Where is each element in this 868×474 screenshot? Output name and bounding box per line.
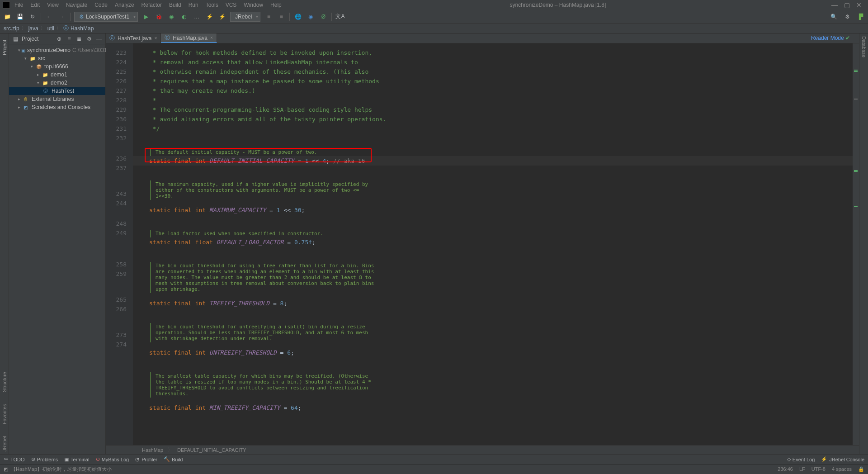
tree-demo1[interactable]: ▸📁demo1: [9, 71, 105, 79]
settings-icon[interactable]: ⚙: [843, 12, 852, 21]
attach-icon[interactable]: …: [192, 12, 201, 21]
menu-file[interactable]: File: [12, 1, 26, 9]
menu-help[interactable]: Help: [268, 1, 284, 9]
status-message: 【HashMap】初始化时，尽量指定初始值大小: [11, 466, 112, 473]
code-editor[interactable]: * below for hook methods defined to be i…: [133, 43, 853, 445]
event-log[interactable]: ◇ Event Log: [787, 456, 815, 462]
tab-hashtest[interactable]: ⓒHashTest.java×: [106, 33, 161, 43]
nav-crumb-2[interactable]: util: [47, 25, 54, 32]
tree-external[interactable]: ▸🛢External Libraries: [9, 95, 105, 103]
globe1-icon[interactable]: 🌐: [293, 12, 302, 21]
nav-crumb-3[interactable]: ⓒ HashMap: [63, 24, 94, 32]
tree-hashtest[interactable]: ⓒHashTest: [9, 87, 105, 95]
menu-navigate[interactable]: Navigate: [63, 1, 90, 9]
expand-icon[interactable]: ≡: [66, 36, 73, 42]
main-menu: File Edit View Navigate Code Analyze Ref…: [12, 1, 284, 9]
profile-icon[interactable]: ◐: [179, 12, 189, 21]
tree-src[interactable]: ▾📁src: [9, 54, 105, 62]
tool-profiler[interactable]: ◔ Profiler: [135, 456, 157, 462]
back-icon[interactable]: ←: [45, 12, 54, 21]
collapse-icon[interactable]: ≣: [75, 36, 83, 42]
forward-icon[interactable]: →: [57, 12, 66, 21]
gear-icon[interactable]: ⚙: [85, 36, 93, 42]
tree-pkg[interactable]: ▾📦top.it6666: [9, 62, 105, 71]
reader-mode-link[interactable]: Reader Mode ✔: [811, 35, 850, 41]
sidebar-tab-project[interactable]: Project: [1, 37, 8, 58]
locate-icon[interactable]: ⊕: [56, 36, 63, 42]
jr1-icon[interactable]: ⚡: [205, 12, 214, 21]
menu-build[interactable]: Build: [166, 1, 184, 9]
tool-mybatis[interactable]: ⊙ MyBatis Log: [96, 456, 129, 462]
globe2-icon[interactable]: ◉: [306, 12, 315, 21]
scroll-strip[interactable]: [853, 43, 859, 445]
stop2-icon[interactable]: ■: [277, 12, 286, 21]
run-icon[interactable]: ▶: [142, 12, 151, 21]
maximize-icon[interactable]: ▢: [844, 1, 850, 9]
hide-icon[interactable]: —: [95, 36, 103, 42]
tab-hashmap[interactable]: ⓒHashMap.java×: [161, 33, 217, 43]
status-charset[interactable]: UTF-8: [811, 466, 826, 472]
save-icon[interactable]: 💾: [15, 12, 24, 21]
jr2-icon[interactable]: ⚡: [217, 12, 226, 21]
menu-analyze[interactable]: Analyze: [112, 1, 137, 9]
crumb-class[interactable]: HashMap: [142, 447, 163, 453]
menu-code[interactable]: Code: [92, 1, 110, 9]
tab-close-icon[interactable]: ×: [154, 36, 157, 41]
status-pos[interactable]: 236:46: [778, 466, 793, 472]
nav-crumb-0[interactable]: src.zip: [4, 25, 19, 32]
menu-vcs[interactable]: VCS: [223, 1, 240, 9]
status-indent[interactable]: 4 spaces: [832, 466, 852, 472]
menu-window[interactable]: Window: [241, 1, 266, 9]
tab-close-icon[interactable]: ×: [210, 35, 213, 40]
debug-icon[interactable]: 🐞: [154, 12, 163, 21]
tree-scratches[interactable]: ▸◩Scratches and Consoles: [9, 103, 105, 111]
tool-problems[interactable]: ⊘ Problems: [31, 456, 58, 462]
project-title: Project: [22, 36, 53, 42]
crumb-member[interactable]: DEFAULT_INITIAL_CAPACITY: [177, 447, 246, 453]
search-icon[interactable]: 🔍: [829, 12, 838, 21]
menu-run[interactable]: Run: [186, 1, 201, 9]
status-lf[interactable]: LF: [799, 466, 805, 472]
lock-icon[interactable]: 🔒: [858, 466, 864, 472]
open-icon[interactable]: 📁: [3, 12, 12, 21]
databind-icon[interactable]: ▛: [856, 12, 865, 21]
project-select-icon[interactable]: ▤: [12, 36, 19, 42]
run-config-combo[interactable]: ⚙ LockSupportTest1: [74, 12, 138, 22]
status-icon[interactable]: ◩: [4, 466, 8, 472]
right-tab-database[interactable]: Database: [860, 33, 868, 60]
jrebel-console[interactable]: ⚡ JRebel Console: [821, 456, 864, 462]
sidebar-tab-jrebel[interactable]: JRebel: [1, 433, 8, 454]
app-icon: [3, 1, 10, 9]
minimize-icon[interactable]: —: [831, 1, 838, 9]
tool-build[interactable]: 🔨 Build: [164, 456, 183, 462]
run-config-icon: ⚙: [79, 14, 84, 20]
refresh-icon[interactable]: ↻: [28, 12, 37, 21]
tree-demo2[interactable]: ▾📁demo2: [9, 79, 105, 87]
translate-icon[interactable]: 文A: [335, 12, 344, 21]
menu-view[interactable]: View: [44, 1, 61, 9]
globe3-icon[interactable]: Ø: [319, 12, 328, 21]
window-title: synchronizeDemo – HashMap.java [1.8]: [284, 2, 831, 8]
stop-icon[interactable]: ■: [264, 12, 273, 21]
menu-refactor[interactable]: Refactor: [139, 1, 165, 9]
menu-edit[interactable]: Edit: [28, 1, 42, 9]
nav-crumb-1[interactable]: java: [28, 25, 38, 32]
coverage-icon[interactable]: ◉: [167, 12, 176, 21]
tool-terminal[interactable]: ▣ Terminal: [64, 456, 90, 462]
close-icon[interactable]: ✕: [856, 1, 862, 9]
tree-root[interactable]: ▾▣synchronizeDemoC:\Users\30315\Dow: [9, 46, 105, 54]
sidebar-tab-favorites[interactable]: Favorites: [1, 401, 8, 427]
sidebar-tab-structure[interactable]: Structure: [1, 369, 8, 395]
jrebel-combo[interactable]: JRebel: [230, 12, 260, 22]
menu-tools[interactable]: Tools: [203, 1, 221, 9]
tool-todo[interactable]: ≔ TODO: [4, 456, 25, 462]
line-gutter[interactable]: 223 224 225 226 227 228 229 230 231 232 …: [106, 43, 133, 445]
